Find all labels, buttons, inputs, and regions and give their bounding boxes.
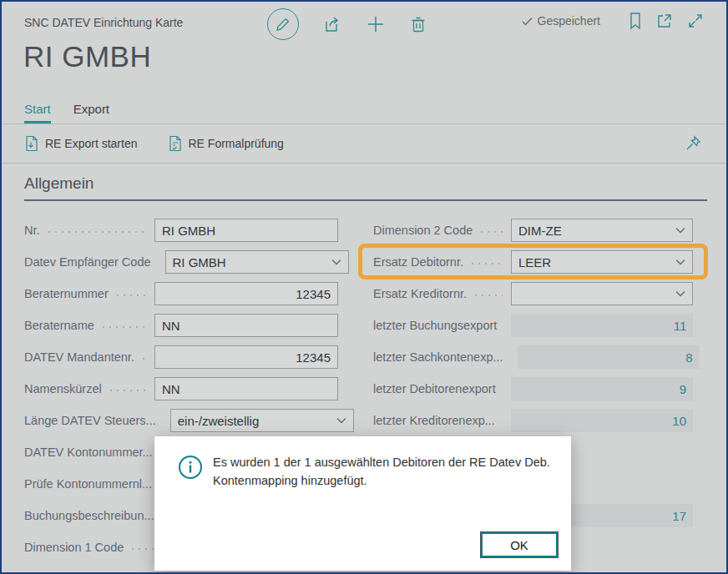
section-allgemein-header[interactable]: Allgemein	[24, 174, 94, 193]
field-label: Beraternummer	[24, 287, 109, 300]
checkmark-icon	[521, 15, 533, 28]
toolbar	[267, 8, 427, 41]
plus-icon	[366, 14, 386, 34]
bookmark-button[interactable]	[628, 12, 643, 30]
nr-field[interactable]: RI GMBH	[154, 219, 338, 242]
form-row-beraternummer: Beraternummer 12345	[24, 278, 338, 310]
beratername-field[interactable]: NN	[154, 314, 338, 337]
datev-mandantennr-field[interactable]: 12345	[154, 345, 338, 369]
namenskuerzel-field[interactable]: NN	[154, 377, 338, 400]
expand-icon	[686, 12, 705, 30]
new-button[interactable]	[366, 14, 386, 34]
caption-right-icons: Gespeichert	[521, 12, 705, 30]
form-row-letzter-sachkontenexport: letzter Sachkontenexp... 8	[373, 341, 693, 373]
caption-bar: SNC DATEV Einrichtung Karte	[2, 2, 726, 45]
form-row-namenskuerzel: Namenskürzel NN	[24, 373, 338, 405]
dimension-2-code-dropdown[interactable]: DIM-ZE	[511, 219, 693, 242]
laenge-datev-steuers-dropdown[interactable]: ein-/zweistellig	[170, 409, 354, 432]
field-label: DATEV Kontonummer...	[24, 446, 153, 459]
delete-button[interactable]	[409, 15, 427, 33]
section-underline	[24, 199, 707, 201]
share-button[interactable]	[322, 14, 342, 34]
dotted-leader	[114, 295, 146, 296]
trash-icon	[409, 15, 427, 33]
form-row-dimension-2-code: Dimension 2 Code DIM-ZE	[373, 214, 693, 246]
form-row-letzter-debitorenexport: letzter Debitorenexport 9	[373, 373, 693, 405]
field-label: Namenskürzel	[24, 382, 102, 395]
save-status-label: Gespeichert	[538, 14, 600, 28]
field-label: Ersatz Debitornr.	[373, 255, 463, 269]
form-row-datev-empfaenger-code: Datev Empfänger Code RI GMBH	[24, 246, 338, 278]
dotted-leader	[46, 231, 146, 233]
dotted-leader	[502, 390, 503, 391]
edit-button[interactable]	[267, 8, 299, 40]
form-row-beratername: Beratername NN	[24, 310, 338, 341]
form-row-laenge-datev-steuers: Länge DATEV Steuers... ein-/zweistellig	[24, 405, 338, 436]
pin-icon	[685, 135, 701, 152]
field-label: letzter Buchungsexport	[373, 319, 497, 332]
chevron-down-icon	[331, 259, 341, 265]
unpin-button[interactable]	[685, 135, 701, 152]
dotted-leader	[501, 421, 503, 423]
re-export-starten-button[interactable]: RE Export starten	[24, 135, 138, 152]
field-label: Prüfe Kontonummernl...	[24, 477, 152, 491]
re-formalpruefung-label: RE Formalprüfung	[189, 137, 284, 150]
ersatz-debitornr-dropdown[interactable]: LEER	[511, 250, 693, 274]
field-label: Beratername	[24, 319, 94, 332]
letzter-buchungsexport-field[interactable]: 11	[511, 314, 693, 337]
chevron-down-icon	[675, 290, 685, 297]
beraternummer-field[interactable]: 12345	[154, 282, 338, 305]
letzter-sachkontenexport-field[interactable]: 8	[518, 345, 700, 369]
info-icon	[178, 455, 203, 480]
chevron-down-icon	[336, 417, 346, 424]
letzter-kreditorenexport-field[interactable]: 10	[511, 409, 693, 432]
field-label: Dimension 1 Code	[24, 541, 124, 554]
ok-button[interactable]: OK	[481, 532, 558, 557]
expand-button[interactable]	[686, 12, 705, 30]
window-caption: SNC DATEV Einrichtung Karte	[24, 16, 183, 29]
form-row-nr: Nr. RI GMBH	[24, 214, 338, 246]
field-label: Nr.	[24, 224, 40, 237]
dotted-leader	[478, 231, 503, 233]
dotted-leader	[108, 390, 146, 391]
divider	[2, 163, 726, 164]
page-title: RI GMBH	[23, 40, 151, 73]
form-row-ersatz-debitornr: Ersatz Debitornr. LEER	[373, 246, 693, 278]
field-label: letzter Debitorenexport	[373, 382, 496, 395]
letzter-debitorenexport-field[interactable]: 9	[511, 377, 693, 400]
open-in-window-button[interactable]	[655, 12, 674, 30]
share-icon	[322, 14, 342, 34]
field-label: Dimension 2 Code	[373, 224, 473, 237]
app-window: SNC DATEV Einrichtung Karte	[0, 0, 728, 574]
popout-icon	[655, 12, 674, 30]
field-label: Datev Empfänger Code	[24, 255, 151, 269]
bookmark-icon	[628, 12, 643, 30]
save-status: Gespeichert	[521, 14, 600, 28]
field-label: Buchungsbeschreibun...	[24, 509, 154, 522]
document-export-icon	[24, 135, 39, 152]
field-label: DATEV Mandantenr.	[24, 350, 134, 364]
tab-start[interactable]: Start	[24, 102, 51, 123]
dotted-leader	[469, 263, 503, 264]
re-formalpruefung-button[interactable]: RE Formalprüfung	[168, 135, 284, 152]
datev-empfaenger-code-dropdown[interactable]: RI GMBH	[165, 250, 349, 274]
field-label: letzter Sachkontenexp...	[373, 350, 503, 364]
dotted-leader	[100, 326, 146, 328]
dialog-message: Es wurden 1 der 1 ausgewählten Debitoren…	[213, 454, 557, 491]
form-row-letzter-kreditorenexport: letzter Kreditorenexp... 10	[373, 405, 693, 436]
chevron-down-icon	[675, 227, 685, 234]
field-label: Länge DATEV Steuers...	[24, 414, 156, 427]
dotted-leader	[473, 295, 503, 296]
ersatz-kreditornr-dropdown[interactable]	[511, 282, 693, 305]
chevron-down-icon	[675, 259, 685, 265]
form-row-datev-mandantennr: DATEV Mandantenr. 12345	[24, 341, 338, 373]
confirmation-dialog: Es wurden 1 der 1 ausgewählten Debitoren…	[154, 436, 571, 571]
field-label: Ersatz Kreditornr.	[373, 287, 467, 300]
form-row-ersatz-kreditornr: Ersatz Kreditornr.	[373, 278, 693, 310]
dotted-leader	[140, 358, 146, 360]
action-bar: RE Export starten RE Formalprüfung	[24, 124, 284, 163]
re-export-starten-label: RE Export starten	[45, 137, 138, 150]
document-check-icon	[168, 135, 183, 152]
pencil-icon	[275, 16, 291, 33]
tab-export[interactable]: Export	[73, 102, 109, 123]
